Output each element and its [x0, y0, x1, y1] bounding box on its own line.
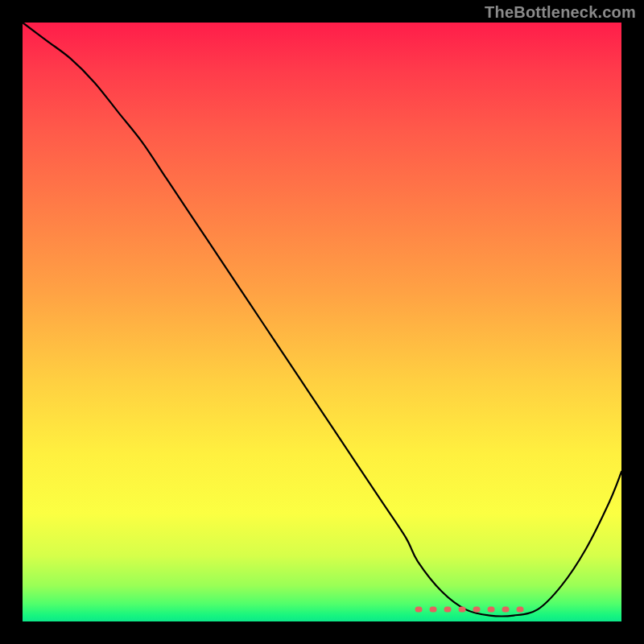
- plot-outer: [23, 23, 621, 621]
- bottleneck-curve: [23, 23, 621, 616]
- attribution-label: TheBottleneck.com: [485, 3, 636, 22]
- chart-frame: TheBottleneck.com: [0, 0, 644, 644]
- plot-svg: [23, 23, 621, 621]
